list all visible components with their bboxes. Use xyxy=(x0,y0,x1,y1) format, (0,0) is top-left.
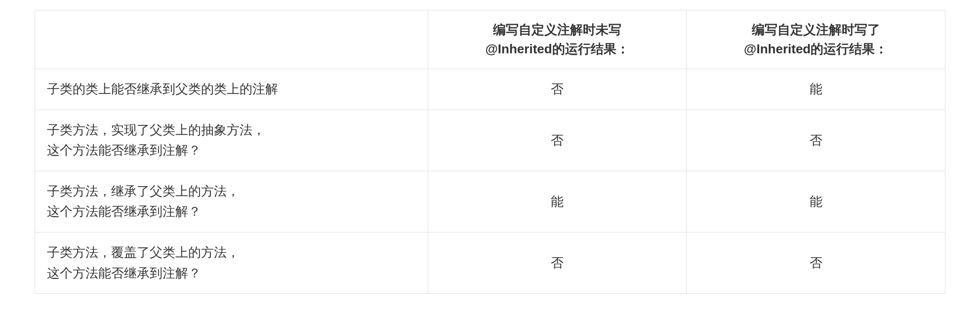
header-col-1-line2: @Inherited的运行结果： xyxy=(440,39,675,59)
row-2-col2: 能 xyxy=(687,171,945,232)
row-3-label-line1: 子类方法，覆盖了父类上的方法， xyxy=(47,242,416,263)
row-0-col2: 能 xyxy=(687,69,945,110)
row-1-label: 子类方法，实现了父类上的抽象方法， 这个方法能否继承到注解？ xyxy=(35,110,428,171)
row-3-label-line2: 这个方法能否继承到注解？ xyxy=(47,263,416,284)
row-0-label: 子类的类上能否继承到父类的类上的注解 xyxy=(35,69,428,110)
header-col-2: 编写自定义注解时写了 @Inherited的运行结果： xyxy=(687,10,945,69)
header-col-0 xyxy=(35,10,428,69)
row-3-label: 子类方法，覆盖了父类上的方法， 这个方法能否继承到注解？ xyxy=(35,232,428,293)
row-3-col2: 否 xyxy=(687,232,945,293)
row-1-col1: 否 xyxy=(428,110,687,171)
header-col-1-line1: 编写自定义注解时未写 xyxy=(440,20,675,39)
row-1-label-line2: 这个方法能否继承到注解？ xyxy=(47,140,416,161)
header-col-2-line2: @Inherited的运行结果： xyxy=(698,39,933,59)
inherited-annotation-table: 编写自定义注解时未写 @Inherited的运行结果： 编写自定义注解时写了 @… xyxy=(35,10,945,294)
row-3-col1: 否 xyxy=(428,232,687,293)
row-2-label: 子类方法，继承了父类上的方法， 这个方法能否继承到注解？ xyxy=(35,171,428,232)
header-col-2-line1: 编写自定义注解时写了 xyxy=(698,20,933,39)
table-row: 子类方法，继承了父类上的方法， 这个方法能否继承到注解？ 能 能 xyxy=(35,171,945,232)
table-row: 子类的类上能否继承到父类的类上的注解 否 能 xyxy=(35,69,945,110)
row-1-col2: 否 xyxy=(687,110,945,171)
table-header-row: 编写自定义注解时未写 @Inherited的运行结果： 编写自定义注解时写了 @… xyxy=(35,10,945,69)
table-row: 子类方法，覆盖了父类上的方法， 这个方法能否继承到注解？ 否 否 xyxy=(35,232,945,293)
row-2-col1: 能 xyxy=(428,171,687,232)
row-0-col1: 否 xyxy=(428,69,687,110)
row-0-label-line1: 子类的类上能否继承到父类的类上的注解 xyxy=(47,79,416,100)
row-2-label-line1: 子类方法，继承了父类上的方法， xyxy=(47,181,416,202)
header-col-1: 编写自定义注解时未写 @Inherited的运行结果： xyxy=(428,10,687,69)
row-1-label-line1: 子类方法，实现了父类上的抽象方法， xyxy=(47,120,416,141)
row-2-label-line2: 这个方法能否继承到注解？ xyxy=(47,201,416,222)
table-row: 子类方法，实现了父类上的抽象方法， 这个方法能否继承到注解？ 否 否 xyxy=(35,110,945,171)
